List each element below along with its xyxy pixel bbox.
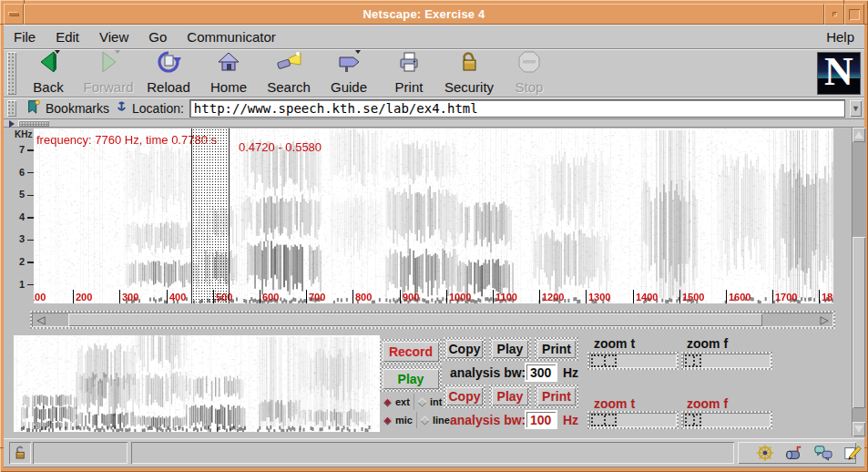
narrowband-play-button[interactable]: Play [489,385,531,408]
toolbar-button-label: Search [267,79,311,95]
radio-ext[interactable]: ext [380,394,414,410]
title-area: Netscape: Exercise 4 [24,4,824,25]
location-bar-grip[interactable] [7,100,16,117]
time-tick-mark [446,290,447,303]
minimize-button[interactable] [824,4,844,25]
radio-mic[interactable]: mic [380,412,417,428]
narrowband-zoom-f-slider[interactable] [681,411,772,429]
toolbar-button-print[interactable]: Print [379,49,439,97]
wideband-print-button[interactable]: Print [535,337,578,361]
wideband-play-button[interactable]: Play [489,337,531,361]
narrowband-zoom-t-track[interactable] [589,413,677,427]
bookmark-icon[interactable] [26,98,42,118]
main-spectrogram[interactable]: frequency: 7760 Hz, time 0.7780 s 0.4720… [34,128,833,303]
wideband-zoom-t-slider[interactable] [587,352,679,370]
horizontal-scrollbar-thumb[interactable] [68,313,762,326]
collapsed-toolbar-tab[interactable] [18,120,49,127]
time-tick-mark [119,290,120,303]
menu-edit[interactable]: Edit [46,26,89,48]
url-dropdown-button[interactable]: ▼ [850,100,862,117]
narrowband-print-label: Print [537,387,576,405]
radio-int[interactable]: int [414,394,445,410]
menu-help[interactable]: Help [816,26,864,48]
freq-tick-label: 4 [14,211,25,222]
narrowband-play-label: Play [492,387,528,405]
narrowband-zoom-f-track[interactable] [683,413,771,427]
time-tick-label: 600 [262,292,279,303]
narrowband-zoom-f-thumb[interactable] [685,414,701,426]
wideband-zoom-f-label: zoom f [687,336,728,351]
wideband-zoom-t-label: zoom t [594,336,635,351]
play-button[interactable]: Play [380,366,442,392]
toolbar-button-label: Back [33,79,63,95]
narrowband-zoom-t-thumb[interactable] [591,414,617,426]
toolbar-button-guide[interactable]: Guide [319,49,379,97]
narrowband-bw-label: analysis bw: [450,413,526,427]
component-bar [738,442,856,464]
netscape-logo[interactable]: N [817,52,861,95]
wideband-zoom-f-track[interactable] [683,354,771,368]
time-tick-label: 1200 [542,292,564,303]
time-tick-label: 1400 [636,292,658,303]
toolbar-button-label: Home [210,79,247,95]
narrowband-print-button[interactable]: Print [535,385,578,408]
scroll-left-arrow-icon[interactable]: ◁ [34,313,48,326]
toolbar-button-label: Forward [83,79,133,95]
mailbox-icon[interactable] [782,444,806,462]
wideband-print-label: Print [537,340,576,358]
menu-view[interactable]: View [89,26,138,48]
time-tick-label: 100 [34,292,46,303]
record-button[interactable]: Record [380,339,442,364]
freq-tick-label: 1 [14,279,25,290]
narrowband-zoom-t-slider[interactable] [587,411,679,429]
wideband-bw-entry[interactable]: 300 [525,363,557,382]
vertical-scrollbar[interactable] [852,128,866,436]
radio-label: ext [395,396,410,407]
menu-communicator[interactable]: Communicator [177,26,286,48]
wideband-zoom-f-slider[interactable] [681,352,772,370]
security-status-box[interactable] [9,442,31,464]
wideband-copy-button[interactable]: Copy [444,337,485,361]
scroll-down-arrow-icon[interactable] [853,422,865,436]
expand-toolbar-arrow-icon[interactable] [9,120,15,128]
navigator-wheel-icon[interactable] [753,444,777,462]
bookmarks-label[interactable]: Bookmarks [46,101,109,116]
toolbar-button-security[interactable]: Security [439,49,499,97]
wideband-zoom-f-thumb[interactable] [685,354,701,367]
toolbar-grip[interactable] [7,52,16,95]
scroll-up-arrow-icon[interactable] [853,128,865,142]
toolbar-button-home[interactable]: Home [199,49,259,97]
page-content: KHz 7654321 frequency: 7760 Hz, time 0.7… [4,128,864,438]
menu-go[interactable]: Go [138,26,177,48]
discussion-bubbles-icon[interactable] [812,444,835,462]
composer-pen-icon[interactable] [841,444,864,462]
scroll-right-arrow-icon[interactable]: ▷ [817,313,832,326]
toolbar-button-reload[interactable]: Reload [138,49,199,97]
url-input[interactable] [189,99,845,118]
radio-line[interactable]: line [417,412,454,428]
toolbar-button-back[interactable]: Back [18,49,78,97]
overview-spectrogram[interactable] [14,335,380,432]
window-menu-button[interactable] [4,4,24,25]
radio-diamond-icon [420,416,429,425]
main-spectrogram-canvas[interactable] [34,128,833,303]
maximize-button[interactable] [844,4,864,25]
frequency-unit-label: KHz [15,129,32,139]
horizontal-scrollbar[interactable]: ◁ ▷ [30,311,835,329]
vertical-scrollbar-thumb[interactable] [853,237,865,408]
minimize-icon [832,12,837,16]
narrowband-copy-button[interactable]: Copy [444,385,485,408]
window-title: Netscape: Exercise 4 [363,7,485,21]
narrowband-bw-entry[interactable]: 100 [525,410,557,429]
horizontal-scrollbar-track[interactable]: ◁ ▷ [32,313,833,327]
narrowband-bw-value: 100 [530,413,551,427]
toolbar-buttons: BackForwardReloadHomeSearchGuidePrintSec… [18,49,559,97]
wideband-zoom-t-thumb[interactable] [591,354,617,367]
toolbar-button-search[interactable]: Search [259,49,319,97]
menu-file[interactable]: File [4,26,46,48]
time-tick-label: 1300 [588,292,610,303]
time-tick-mark [306,290,307,303]
wideband-zoom-t-track[interactable] [589,354,677,368]
overview-spectrogram-canvas[interactable] [14,335,380,432]
time-selection-band[interactable] [191,128,230,303]
